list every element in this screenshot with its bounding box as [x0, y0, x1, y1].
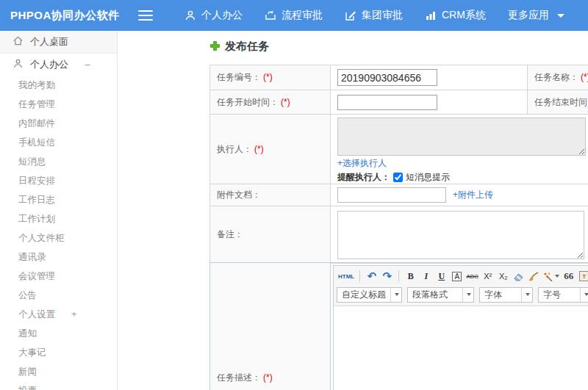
description-editor-cell: HTML ↶ ↷ B I U A ABC X² X₂ [331, 263, 588, 390]
sidebar-item-vote[interactable]: 投票 [0, 381, 117, 390]
task-no-input[interactable] [337, 69, 437, 86]
underline-button[interactable]: U [435, 269, 448, 284]
sidebar-item-announcement[interactable]: 公告 [0, 286, 117, 305]
start-time-input[interactable] [337, 95, 437, 110]
end-time-label-cell: 任务结束时间：(*) [528, 90, 588, 115]
process-approval-icon [265, 10, 276, 21]
editor-toolbar: HTML ↶ ↷ B I U A ABC X² X₂ [334, 266, 588, 306]
menu-toggle-icon[interactable] [138, 10, 153, 21]
attachment-label-cell: 附件文档： [210, 184, 331, 206]
executor-label-cell: 执行人：(*) [210, 115, 331, 184]
add-icon [209, 40, 220, 54]
sidebar-item-news[interactable]: 新闻 [0, 362, 117, 381]
magic-wand-icon[interactable] [543, 269, 559, 284]
undo-icon[interactable]: ↶ [365, 269, 378, 284]
sidebar-item-meeting[interactable]: 会议管理 [0, 267, 117, 286]
required-mark: (*) [263, 372, 273, 383]
sidebar-item-schedule[interactable]: 日程安排 [0, 171, 117, 190]
nav-group-approval[interactable]: 集团审批 [334, 0, 414, 31]
sidebar-item-sms[interactable]: 手机短信 [0, 133, 117, 152]
remark-textarea[interactable] [337, 211, 584, 259]
task-no-cell [331, 65, 528, 90]
sidebar-item-work-plan[interactable]: 工作计划 [0, 209, 117, 228]
sidebar-submenu: 我的考勤 任务管理 内部邮件 手机短信 短消息 日程安排 工作日志 工作计划 个… [0, 76, 117, 390]
eraser-icon[interactable] [512, 269, 525, 284]
required-mark: (*) [281, 97, 290, 107]
user-icon [12, 58, 24, 71]
sms-remind-checkbox[interactable] [393, 173, 403, 182]
select-label: 字体 [480, 289, 521, 301]
start-time-cell [331, 90, 528, 115]
sidebar-item-personal-settings[interactable]: 个人设置+ [0, 305, 117, 324]
sidebar-item-attendance[interactable]: 我的考勤 [0, 76, 117, 95]
superscript-button[interactable]: X² [481, 269, 494, 284]
page-title-text: 发布任务 [225, 40, 269, 54]
editor-content-area[interactable] [334, 306, 588, 390]
toolbar-separator [398, 270, 399, 282]
remark-label: 备注： [217, 229, 243, 239]
caret-down-icon [526, 293, 530, 296]
task-name-label-cell: 任务名称：(*) [528, 65, 588, 90]
caret-down-icon [395, 293, 399, 296]
paste-text-icon[interactable]: T [579, 271, 588, 281]
format-brush-icon[interactable] [528, 269, 540, 284]
nav-label: 集团审批 [362, 9, 403, 22]
html-source-button[interactable]: HTML [338, 269, 354, 284]
executor-textarea[interactable] [337, 118, 586, 156]
sidebar-item-label: 个人桌面 [30, 35, 68, 48]
executor-label: 执行人： [217, 144, 252, 154]
rich-text-editor: HTML ↶ ↷ B I U A ABC X² X₂ [333, 265, 588, 390]
sidebar-item-contacts[interactable]: 通讯录 [0, 248, 117, 267]
caret-down-icon [467, 293, 471, 296]
nav-label: CRM系统 [442, 9, 486, 22]
nav-more-apps[interactable]: 更多应用 [497, 0, 576, 31]
end-time-label: 任务结束时间： [534, 97, 588, 107]
sidebar-item-events[interactable]: 大事记 [0, 343, 117, 362]
choose-executor-link[interactable]: +选择执行人 [337, 158, 387, 168]
strikethrough-button[interactable]: ABC [466, 269, 478, 284]
sidebar-item-desktop[interactable]: 个人桌面 [0, 31, 117, 54]
font-style-button[interactable]: A [452, 272, 462, 281]
font-size-select[interactable]: 字号 [538, 287, 588, 303]
bold-button[interactable]: B [404, 269, 417, 284]
nav-process-approval[interactable]: 流程审批 [254, 0, 334, 31]
caret-down-icon [557, 14, 564, 18]
sidebar-section-personal-office[interactable]: 个人办公 − [0, 54, 117, 76]
blockquote-button[interactable]: 66 [562, 269, 575, 284]
select-label: 自定义标题 [337, 289, 390, 301]
start-time-label: 任务开始时间： [217, 97, 279, 107]
sidebar-item-file-cabinet[interactable]: 个人文件柜 [0, 228, 117, 248]
nav-personal-office[interactable]: 个人办公 [173, 0, 254, 31]
nav-label: 更多应用 [508, 9, 549, 22]
sidebar-item-internal-mail[interactable]: 内部邮件 [0, 114, 117, 133]
expand-icon[interactable]: + [71, 309, 76, 319]
attachment-input[interactable] [337, 187, 446, 203]
table-row: 任务编号：(*) 任务名称：(*) [210, 65, 588, 90]
font-family-select[interactable]: 字体 [479, 287, 533, 303]
subscript-button[interactable]: X₂ [497, 269, 509, 284]
sidebar-item-notice[interactable]: 通知 [0, 324, 117, 343]
description-label-cell: 任务描述：(*) [210, 263, 331, 390]
table-row: 附件文档： +附件上传 [210, 184, 588, 206]
task-description-table: 任务描述：(*) HTML ↶ ↷ B I U A [209, 262, 588, 390]
bar-chart-icon [425, 10, 437, 21]
table-row: 备注： [210, 206, 588, 264]
sidebar-item-short-message[interactable]: 短消息 [0, 152, 117, 171]
sidebar-section-label: 个人办公 [30, 58, 68, 71]
toolbar-separator [359, 270, 360, 282]
italic-button[interactable]: I [420, 269, 432, 284]
user-icon [184, 10, 196, 21]
edit-approval-icon [345, 10, 356, 21]
attachment-upload-link[interactable]: +附件上传 [453, 189, 493, 201]
editor-toolbar-row-1: HTML ↶ ↷ B I U A ABC X² X₂ [337, 267, 588, 285]
nav-crm[interactable]: CRM系统 [414, 0, 497, 31]
sidebar-item-work-log[interactable]: 工作日志 [0, 190, 117, 209]
top-navbar: PHPOA协同办公软件 个人办公 流程审批 集团审批 CRM系统 更多应用 [0, 0, 588, 31]
redo-icon[interactable]: ↷ [381, 269, 393, 284]
required-mark: (*) [263, 72, 273, 82]
paragraph-format-select[interactable]: 段落格式 [407, 287, 474, 303]
collapse-icon[interactable]: − [85, 59, 90, 71]
custom-heading-select[interactable]: 自定义标题 [337, 287, 402, 303]
sidebar-item-task-management[interactable]: 任务管理 [0, 95, 117, 114]
table-row: 任务开始时间：(*) 任务结束时间：(*) [210, 90, 588, 115]
